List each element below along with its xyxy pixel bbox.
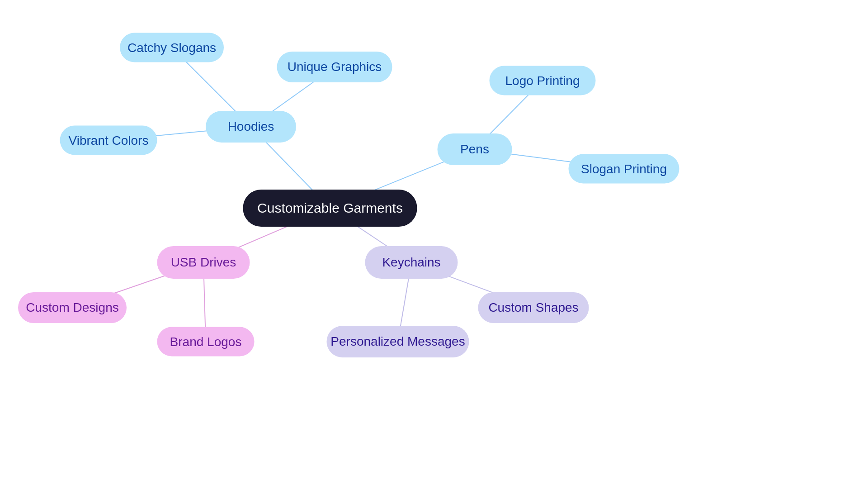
logo-printing-node[interactable]: Logo Printing: [490, 66, 596, 95]
pens-node[interactable]: Pens: [438, 133, 512, 165]
vibrant-colors-node[interactable]: Vibrant Colors: [60, 126, 157, 155]
hoodies-node[interactable]: Hoodies: [206, 111, 296, 143]
catchy-slogans-node[interactable]: Catchy Slogans: [120, 33, 224, 62]
custom-shapes-node[interactable]: Custom Shapes: [478, 292, 589, 323]
brand-logos-node[interactable]: Brand Logos: [157, 327, 255, 357]
custom-designs-node[interactable]: Custom Designs: [18, 292, 127, 323]
usb-drives-node[interactable]: USB Drives: [157, 246, 250, 279]
personalized-messages-node[interactable]: Personalized Messages: [327, 326, 469, 357]
center-node[interactable]: Customizable Garments: [243, 190, 417, 227]
slogan-printing-node[interactable]: Slogan Printing: [569, 154, 679, 184]
unique-graphics-node[interactable]: Unique Graphics: [277, 52, 392, 82]
keychains-node[interactable]: Keychains: [365, 246, 458, 279]
